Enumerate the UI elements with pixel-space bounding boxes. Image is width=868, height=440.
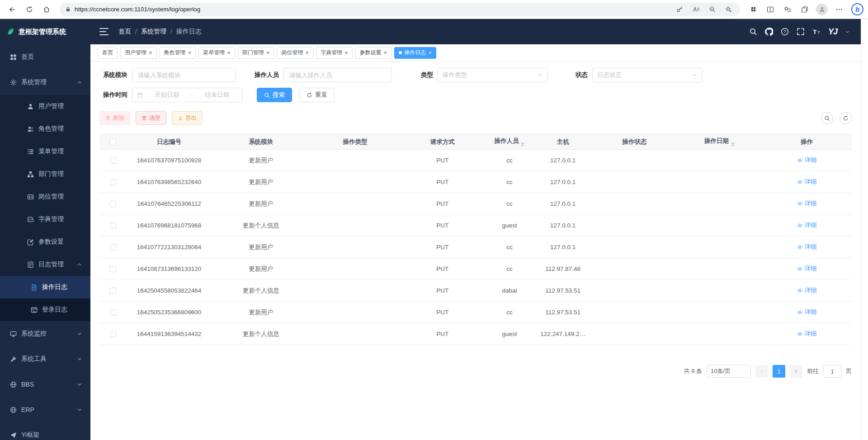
sidebar-item-menu-mgmt[interactable]: 菜单管理 <box>0 140 90 163</box>
tab-close-icon[interactable]: × <box>227 50 231 56</box>
end-date-placeholder[interactable]: 结束日期 <box>197 91 237 99</box>
header-search-icon[interactable] <box>749 28 757 36</box>
browser-back-button[interactable] <box>5 2 20 17</box>
column-header[interactable]: 操作人员 <box>485 134 534 150</box>
tab-home[interactable]: 首页 <box>98 47 118 59</box>
tab-close-icon[interactable]: × <box>266 50 270 56</box>
address-bar[interactable]: https://ccnetcore.com:1101/system/log/op… <box>60 3 740 16</box>
sidebar-item-yi-framework[interactable]: Yi框架 <box>0 422 90 440</box>
detail-link[interactable]: 详细 <box>797 330 817 338</box>
fullscreen-icon[interactable] <box>797 28 805 36</box>
module-input[interactable] <box>132 68 236 82</box>
operator-input[interactable] <box>283 68 392 82</box>
select-all-checkbox[interactable] <box>110 139 116 145</box>
add-favorite-button[interactable] <box>722 4 735 15</box>
favorites-button[interactable] <box>780 2 795 17</box>
detail-link[interactable]: 详细 <box>797 265 817 273</box>
sidebar-item-login-log[interactable]: 登录日志 <box>0 298 90 321</box>
font-size-icon[interactable]: TT <box>812 28 821 36</box>
breadcrumb-item-system[interactable]: 系统管理 <box>141 28 166 36</box>
sort-caret-icon[interactable] <box>731 142 735 147</box>
sidebar-item-oper-log[interactable]: 操作日志 <box>0 276 90 298</box>
sort-caret-icon[interactable] <box>521 142 524 147</box>
help-icon[interactable]: ? <box>781 28 789 36</box>
sidebar-item-erp[interactable]: ERP <box>0 397 90 422</box>
reset-button[interactable]: 重置 <box>299 88 335 102</box>
toggle-search-button[interactable] <box>821 112 833 124</box>
row-checkbox[interactable] <box>110 222 116 229</box>
search-button[interactable]: 搜索 <box>257 88 292 102</box>
zoom-out-button[interactable] <box>706 4 718 15</box>
sidebar-item-system-monitor[interactable]: 系统监控 <box>0 321 90 346</box>
detail-link[interactable]: 详细 <box>797 221 817 229</box>
row-checkbox[interactable] <box>110 244 116 251</box>
url-text[interactable]: https://ccnetcore.com:1101/system/log/op… <box>75 6 670 13</box>
sidebar-item-bbs[interactable]: BBS <box>0 372 90 397</box>
user-avatar[interactable]: YJ <box>828 27 837 37</box>
sidebar-item-home[interactable]: 首页 <box>0 44 90 70</box>
sidebar-item-user-mgmt[interactable]: 用户管理 <box>0 95 90 118</box>
start-date-placeholder[interactable]: 开始日期 <box>146 91 187 99</box>
browser-home-button[interactable] <box>39 2 54 17</box>
app-logo[interactable]: 意框架管理系统 <box>0 19 90 44</box>
detail-link[interactable]: 详细 <box>797 178 817 186</box>
detail-link[interactable]: 详细 <box>797 308 817 316</box>
next-page-button[interactable] <box>790 365 802 378</box>
detail-link[interactable]: 详细 <box>797 156 817 164</box>
export-button[interactable]: 导出 <box>172 111 203 125</box>
page-number-button[interactable]: 1 <box>773 365 785 378</box>
prev-page-button[interactable] <box>755 365 768 378</box>
sidebar-item-dept-mgmt[interactable]: 部门管理 <box>0 163 90 185</box>
tab-oper-log[interactable]: 操作日志× <box>394 47 436 59</box>
split-screen-button[interactable] <box>763 2 778 17</box>
github-icon[interactable] <box>765 28 773 36</box>
status-select[interactable]: 日志状态 <box>592 68 703 82</box>
sidebar-item-role-mgmt[interactable]: 角色管理 <box>0 118 90 140</box>
date-range-input[interactable]: 开始日期 - 结束日期 <box>132 88 242 102</box>
browser-refresh-button[interactable] <box>22 2 37 17</box>
refresh-table-button[interactable] <box>840 112 852 124</box>
row-checkbox[interactable] <box>110 201 116 207</box>
collections-button[interactable] <box>797 2 812 17</box>
detail-link[interactable]: 详细 <box>797 243 817 251</box>
sidebar-item-dict-mgmt[interactable]: 字典管理 <box>0 208 90 231</box>
tab-close-icon[interactable]: × <box>384 50 387 56</box>
tab-close-icon[interactable]: × <box>188 50 192 56</box>
column-header[interactable]: 操作日期 <box>677 134 762 150</box>
clear-button[interactable]: 清空 <box>136 111 166 125</box>
tab-dept-mgmt[interactable]: 部门管理× <box>238 47 274 59</box>
row-checkbox[interactable] <box>110 331 116 337</box>
password-key-button[interactable] <box>673 4 686 15</box>
detail-link[interactable]: 详细 <box>797 199 817 208</box>
page-size-select[interactable]: 10条/页 <box>707 365 751 378</box>
tab-dict-mgmt[interactable]: 字典管理× <box>316 47 353 59</box>
tab-close-icon[interactable]: × <box>428 50 432 56</box>
tab-param-settings[interactable]: 参数设置× <box>355 47 392 59</box>
sidebar-item-system-tools[interactable]: 系统工具 <box>0 346 90 372</box>
row-checkbox[interactable] <box>110 266 116 272</box>
goto-page-input[interactable] <box>823 365 841 378</box>
browser-menu-button[interactable] <box>831 2 847 17</box>
tab-close-icon[interactable]: × <box>149 50 152 56</box>
row-checkbox[interactable] <box>110 288 116 294</box>
row-checkbox[interactable] <box>110 157 116 164</box>
sidebar-item-param-settings[interactable]: 参数设置 <box>0 231 90 253</box>
sidebar-item-system-mgmt[interactable]: 系统管理 <box>0 70 90 95</box>
extensions-button[interactable] <box>745 2 761 17</box>
delete-button[interactable]: 删除 <box>99 111 130 125</box>
tab-close-icon[interactable]: × <box>305 50 309 56</box>
type-select[interactable]: 操作类型 <box>438 68 548 82</box>
tab-menu-mgmt[interactable]: 菜单管理× <box>198 47 235 59</box>
sidebar-item-log-mgmt[interactable]: 日志管理 <box>0 253 90 276</box>
tab-user-mgmt[interactable]: 用户管理× <box>120 47 157 59</box>
chevron-down-icon[interactable] <box>845 29 850 34</box>
bing-discover-button[interactable]: b <box>851 3 863 15</box>
tab-post-mgmt[interactable]: 岗位管理× <box>277 47 313 59</box>
sidebar-item-post-mgmt[interactable]: 岗位管理 <box>0 185 90 208</box>
read-aloud-button[interactable] <box>689 4 702 15</box>
breadcrumb-item-home[interactable]: 首页 <box>118 28 131 36</box>
sidebar-toggle-button[interactable] <box>99 28 108 35</box>
row-checkbox[interactable] <box>110 179 116 185</box>
row-checkbox[interactable] <box>110 309 116 316</box>
detail-link[interactable]: 详细 <box>797 286 817 294</box>
